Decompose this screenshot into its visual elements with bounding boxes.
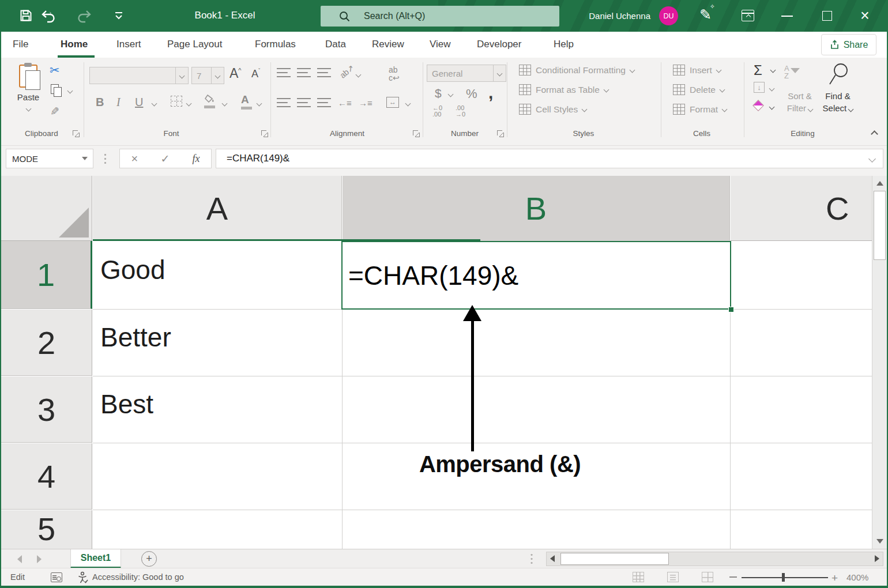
macro-record-icon[interactable] — [51, 572, 62, 582]
cell-b1-editing[interactable]: =CHAR(149)& — [341, 241, 731, 310]
font-size-combo[interactable]: 7 — [191, 67, 224, 84]
borders-icon[interactable] — [171, 96, 182, 107]
formula-bar-resize-handle[interactable] — [104, 153, 106, 164]
clipboard-dialog-launcher-icon[interactable] — [73, 130, 80, 138]
sort-filter-button[interactable]: Sort & Filter — [781, 90, 819, 114]
maximize-button[interactable] — [822, 11, 832, 21]
tab-page-layout[interactable]: Page Layout — [167, 39, 222, 50]
save-icon[interactable] — [19, 9, 33, 25]
align-left-icon[interactable] — [277, 98, 291, 108]
fill-icon[interactable]: ↓ — [754, 82, 765, 93]
number-format-combo[interactable]: General — [427, 65, 506, 82]
find-select-button[interactable]: Find & Select — [819, 90, 857, 114]
format-as-table-button[interactable]: Format as Table — [519, 84, 608, 95]
zoom-slider-thumb[interactable] — [782, 573, 785, 582]
font-name-combo[interactable] — [89, 67, 189, 84]
clear-chevron-icon[interactable] — [769, 104, 775, 110]
tab-data[interactable]: Data — [325, 39, 346, 50]
alignment-dialog-launcher-icon[interactable] — [413, 130, 420, 138]
vertical-scrollbar[interactable] — [872, 176, 887, 549]
decrease-indent-icon[interactable]: ←≡ — [338, 98, 352, 108]
share-button[interactable]: Share — [821, 34, 876, 55]
sheet-nav-right-icon[interactable] — [37, 555, 42, 563]
cancel-entry-icon[interactable]: × — [131, 152, 138, 165]
select-all-corner[interactable] — [1, 176, 92, 241]
row-header-5[interactable]: 5 — [1, 510, 92, 549]
cell-a3[interactable]: Best — [100, 389, 153, 420]
insert-function-icon[interactable]: fx — [192, 153, 200, 165]
insert-cells-button[interactable]: Insert — [673, 65, 721, 76]
accounting-format-icon[interactable]: $ — [435, 86, 442, 100]
vertical-scrollbar-thumb[interactable] — [874, 191, 886, 260]
increase-indent-icon[interactable]: →≡ — [359, 98, 372, 108]
tab-developer[interactable]: Developer — [477, 39, 522, 50]
autosum-icon[interactable]: Σ — [754, 62, 762, 78]
tab-help[interactable]: Help — [554, 39, 574, 50]
tab-view[interactable]: View — [430, 39, 451, 50]
italic-button[interactable]: I — [116, 96, 121, 109]
copy-chevron-icon[interactable] — [67, 88, 73, 94]
cut-icon[interactable]: ✂ — [50, 63, 60, 77]
comma-style-icon[interactable]: , — [488, 83, 493, 103]
collapse-ribbon-icon[interactable] — [871, 130, 878, 138]
search-input[interactable]: Search (Alt+Q) — [321, 6, 559, 27]
column-header-c[interactable]: C — [731, 176, 872, 241]
bold-button[interactable]: B — [96, 96, 104, 109]
scroll-right-icon[interactable] — [875, 555, 879, 562]
font-dialog-launcher-icon[interactable] — [261, 130, 269, 138]
decrease-decimal-icon[interactable]: .00→0 — [456, 105, 465, 118]
paste-button[interactable]: Paste — [13, 63, 44, 121]
tab-home[interactable]: Home — [61, 39, 88, 50]
align-bottom-icon[interactable] — [317, 68, 331, 78]
normal-view-icon[interactable] — [633, 572, 644, 582]
row-header-2[interactable]: 2 — [1, 310, 92, 376]
scroll-left-icon[interactable] — [550, 555, 555, 562]
grow-font-button[interactable]: A^ — [229, 66, 242, 81]
tab-formulas[interactable]: Formulas — [255, 39, 296, 50]
shrink-font-button[interactable]: Aˇ — [251, 68, 260, 80]
scrollbar-resize-handle[interactable] — [530, 553, 533, 566]
column-header-a[interactable]: A — [93, 176, 342, 241]
align-top-icon[interactable] — [277, 68, 291, 78]
close-button[interactable]: × — [860, 7, 870, 25]
number-dialog-launcher-icon[interactable] — [497, 130, 505, 138]
font-color-chevron-icon[interactable] — [257, 101, 262, 107]
customize-quick-access-icon[interactable] — [114, 12, 123, 22]
merge-center-chevron-icon[interactable] — [405, 101, 411, 107]
tab-file[interactable]: File — [13, 39, 28, 50]
minimize-button[interactable] — [781, 16, 793, 17]
confirm-entry-icon[interactable]: ✓ — [160, 152, 170, 165]
find-select-icon[interactable] — [827, 62, 850, 90]
percent-style-icon[interactable]: % — [466, 86, 477, 101]
wrap-text-icon[interactable]: abc↩ — [389, 66, 400, 82]
zoom-level[interactable]: 400% — [846, 572, 868, 582]
increase-decimal-icon[interactable]: ←0.00 — [432, 105, 442, 118]
accounting-chevron-icon[interactable] — [448, 92, 454, 97]
row-header-4[interactable]: 4 — [1, 443, 92, 510]
sheet-nav-left-icon[interactable] — [17, 555, 22, 563]
format-painter-icon[interactable]: ✎ — [50, 105, 59, 118]
page-break-view-icon[interactable] — [702, 572, 713, 582]
scroll-up-icon[interactable] — [876, 181, 883, 186]
formula-input[interactable]: =CHAR(149)& — [216, 149, 883, 168]
underline-button[interactable]: U — [135, 96, 143, 109]
conditional-formatting-button[interactable]: Conditional Formatting — [519, 65, 634, 76]
tab-insert[interactable]: Insert — [116, 39, 141, 50]
merge-center-icon[interactable]: ↔ — [386, 97, 399, 108]
name-box-dropdown-icon[interactable] — [82, 157, 88, 160]
align-center-icon[interactable] — [297, 98, 311, 108]
accessibility-status[interactable]: Accessibility: Good to go — [92, 572, 184, 582]
align-middle-icon[interactable] — [297, 68, 311, 78]
cell-styles-button[interactable]: Cell Styles — [519, 104, 586, 115]
new-sheet-button[interactable]: + — [141, 551, 157, 567]
undo-icon[interactable] — [40, 9, 58, 26]
font-color-icon[interactable]: A — [241, 93, 252, 110]
scroll-down-icon[interactable] — [876, 539, 883, 544]
row-header-3[interactable]: 3 — [1, 376, 92, 443]
cell-a2[interactable]: Better — [100, 322, 171, 353]
delete-cells-button[interactable]: Delete — [673, 84, 724, 95]
fill-color-icon[interactable] — [204, 95, 216, 108]
zoom-in-icon[interactable]: + — [831, 572, 838, 585]
cell-a1[interactable]: Good — [100, 254, 165, 285]
zoom-out-icon[interactable] — [729, 576, 737, 578]
